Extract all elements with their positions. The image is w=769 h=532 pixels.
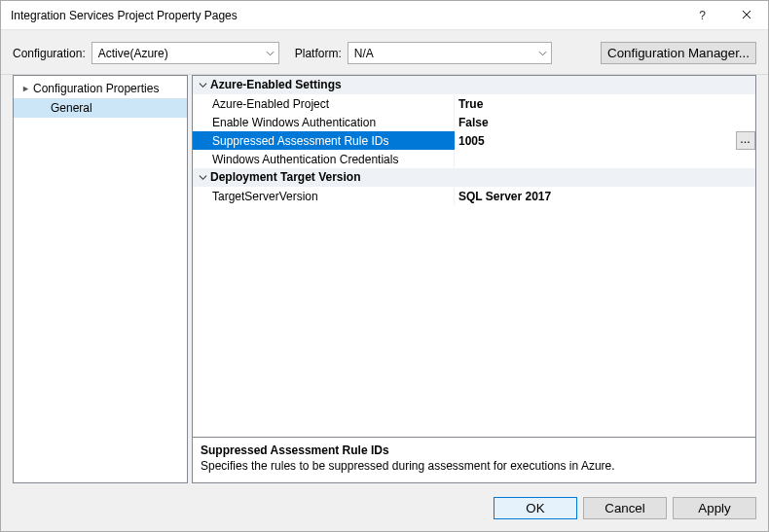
property-name: Enable Windows Authentication [193, 113, 455, 131]
property-row-windows-auth-credentials[interactable]: Windows Authentication Credentials [193, 150, 755, 168]
platform-label: Platform: [295, 47, 342, 60]
configuration-toolbar: Configuration: Active(Azure) Platform: N… [1, 30, 768, 75]
property-row-enable-windows-auth[interactable]: Enable Windows Authentication False [193, 113, 755, 131]
configuration-value: Active(Azure) [98, 47, 168, 60]
category-label: Azure-Enabled Settings [210, 78, 342, 91]
configuration-label: Configuration: [13, 47, 86, 60]
property-name: Suppressed Assessment Rule IDs [193, 131, 455, 150]
property-name: Azure-Enabled Project [193, 94, 455, 113]
property-row-suppressed-assessment-rule-ids[interactable]: Suppressed Assessment Rule IDs 1005 ... [193, 131, 755, 150]
titlebar: Integration Services Project Property Pa… [1, 1, 768, 30]
platform-combo[interactable]: N/A [348, 42, 552, 64]
property-value[interactable]: 1005 ... [455, 131, 755, 150]
dialog-body: Configuration Properties General Azure-E… [1, 75, 768, 489]
expand-icon [19, 85, 31, 93]
dialog-footer: OK Cancel Apply [1, 489, 768, 531]
description-text: Specifies the rules to be suppressed dur… [201, 459, 748, 473]
property-row-target-server-version[interactable]: TargetServerVersion SQL Server 2017 [193, 187, 755, 205]
property-row-azure-enabled-project[interactable]: Azure-Enabled Project True [193, 94, 755, 113]
configuration-combo[interactable]: Active(Azure) [92, 42, 279, 64]
chevron-down-icon [266, 49, 275, 57]
nav-tree: Configuration Properties General [13, 75, 188, 483]
chevron-down-icon [195, 81, 210, 89]
tree-item-configuration-properties[interactable]: Configuration Properties [14, 79, 187, 98]
help-button[interactable]: ? [680, 1, 724, 30]
configuration-manager-button[interactable]: Configuration Manager... [601, 42, 756, 64]
property-name: Windows Authentication Credentials [193, 150, 455, 168]
category-label: Deployment Target Version [210, 170, 360, 184]
close-icon [742, 9, 751, 22]
property-panel: Azure-Enabled Settings Azure-Enabled Pro… [192, 75, 756, 483]
description-panel: Suppressed Assessment Rule IDs Specifies… [192, 437, 756, 483]
property-value[interactable]: False [455, 113, 755, 131]
grid-empty-area [193, 205, 755, 437]
description-title: Suppressed Assessment Rule IDs [201, 443, 748, 457]
property-pages-dialog: Integration Services Project Property Pa… [0, 0, 769, 532]
ok-button[interactable]: OK [494, 497, 577, 519]
property-value[interactable]: True [455, 94, 755, 113]
chevron-down-icon [195, 173, 210, 182]
chevron-down-icon [538, 49, 547, 57]
property-name: TargetServerVersion [193, 187, 455, 205]
cancel-button[interactable]: Cancel [583, 497, 667, 519]
apply-button[interactable]: Apply [673, 497, 756, 519]
window-title: Integration Services Project Property Pa… [11, 9, 680, 22]
category-azure-enabled-settings[interactable]: Azure-Enabled Settings [193, 76, 755, 94]
tree-item-label: General [51, 101, 92, 115]
property-value[interactable] [455, 150, 755, 168]
category-deployment-target-version[interactable]: Deployment Target Version [193, 168, 755, 187]
ellipsis-button[interactable]: ... [736, 131, 755, 150]
tree-item-general[interactable]: General [14, 98, 187, 118]
property-value[interactable]: SQL Server 2017 [455, 187, 755, 205]
help-icon: ? [699, 9, 706, 22]
property-grid: Azure-Enabled Settings Azure-Enabled Pro… [192, 75, 756, 438]
property-value-text: 1005 [458, 134, 485, 148]
close-button[interactable] [724, 1, 768, 30]
tree-item-label: Configuration Properties [33, 82, 159, 95]
platform-value: N/A [354, 47, 374, 60]
